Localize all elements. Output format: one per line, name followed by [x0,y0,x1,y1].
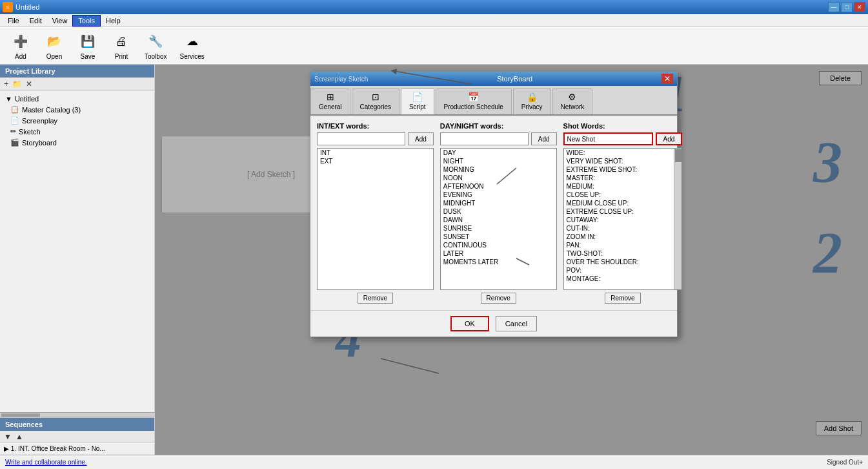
tab-production-schedule[interactable]: 📅 Production Schedule [436,89,512,114]
toolbar-toolbox[interactable]: 🔧 Toolbox [139,28,172,63]
day-night-input[interactable] [440,132,529,145]
list-item[interactable]: MONTAGE: [564,275,682,283]
collapse-icon: ▼ [5,95,12,103]
print-icon: 🖨 [111,31,132,52]
cancel-button[interactable]: Cancel [496,316,537,331]
list-item[interactable]: EXTREME CLOSE UP: [564,207,682,216]
list-item[interactable]: POV: [564,266,682,275]
new-folder-button[interactable]: 📁 [11,79,23,89]
day-night-list[interactable]: DAY NIGHT MORNING NOON AFTERNOON EVENING… [440,148,557,290]
toolbar-add[interactable]: ➕ Add [5,28,36,63]
toolbar-services[interactable]: ☁ Services [174,28,209,63]
sketch-icon: ✏ [10,127,16,136]
list-item[interactable]: WIDE: [564,149,682,157]
toolbar: ➕ Add 📂 Open 💾 Save 🖨 Print 🔧 Toolbox ☁ … [0,27,868,65]
list-item[interactable]: NOON [441,174,556,182]
tree-item-label: Screenplay [22,117,57,125]
day-night-remove-button[interactable]: Remove [481,293,516,304]
list-item[interactable]: PAN: [564,241,682,249]
list-item[interactable]: LATER [441,249,556,258]
list-item[interactable]: EXTREME WIDE SHOT: [564,165,682,174]
seq-up-button[interactable]: ▲ [14,432,25,441]
shot-words-list[interactable]: WIDE: VERY WIDE SHOT: EXTREME WIDE SHOT:… [563,148,683,290]
tree-item-label: Sketch [19,128,41,136]
list-item[interactable]: EXT [318,157,433,165]
menu-tools[interactable]: Tools [72,15,101,26]
list-item[interactable]: CUTAWAY: [564,216,682,224]
tree-item-screenplay[interactable]: 📄 Screenplay [3,115,152,126]
list-item[interactable]: DAY [441,149,556,157]
tree-item-storyboard[interactable]: 🎬 Storyboard [3,137,152,148]
seq-down-button[interactable]: ▼ [3,432,13,441]
list-item[interactable]: CONTINUOUS [441,241,556,249]
script-tab-icon: 📄 [412,92,423,102]
tree-item-label: Untitled [15,95,39,103]
list-item[interactable]: TWO-SHOT: [564,249,682,258]
tab-network[interactable]: ⚙ Network [552,89,593,114]
int-ext-input[interactable] [317,132,405,145]
list-item[interactable]: CLOSE UP: [564,191,682,199]
modal-overlay: Screenplay Sketch StoryBoard ✕ ⊞ General… [155,65,868,455]
privacy-tab-icon: 🔒 [527,92,538,102]
menu-help[interactable]: Help [101,16,126,26]
tab-privacy[interactable]: 🔒 Privacy [513,89,551,114]
list-item[interactable]: CUT-IN: [564,224,682,233]
int-ext-add-button[interactable]: Add [408,132,434,145]
modal-title-left: Screenplay Sketch [314,76,368,83]
list-item[interactable]: MEDIUM: [564,182,682,191]
day-night-add-button[interactable]: Add [531,132,557,145]
add-item-button[interactable]: + [3,79,10,89]
shot-words-header: Shot Words: [563,122,683,130]
shot-words-add-button[interactable]: Add [656,132,683,145]
status-link[interactable]: Write and collaborate online. [5,459,87,466]
sequence-item[interactable]: ▶ 1. INT. Office Break Room - No... [0,443,154,455]
list-item[interactable]: DAWN [441,216,556,224]
tab-script[interactable]: 📄 Script [401,89,434,114]
toolbar-print[interactable]: 🖨 Print [106,28,137,63]
list-item[interactable]: SUNRISE [441,224,556,233]
toolbar-save[interactable]: 💾 Save [72,28,103,63]
close-button[interactable]: ✕ [854,2,865,12]
tree-item-untitled[interactable]: ▼ Untitled [3,94,152,104]
list-item[interactable]: MOMENTS LATER [441,258,556,266]
list-item[interactable]: SUNSET [441,233,556,241]
tab-categories[interactable]: ⊡ Categories [352,89,399,114]
menu-edit[interactable]: Edit [25,16,47,26]
menu-view[interactable]: View [47,16,73,26]
menu-file[interactable]: File [3,16,25,26]
list-item[interactable]: DUSK [441,207,556,216]
list-item[interactable]: MASTER: [564,174,682,182]
list-item[interactable]: MIDNIGHT [441,199,556,207]
list-item[interactable]: VERY WIDE SHOT: [564,157,682,165]
list-item[interactable]: NIGHT [441,157,556,165]
list-item[interactable]: AFTERNOON [441,182,556,191]
maximize-button[interactable]: □ [841,2,853,12]
list-item[interactable]: MORNING [441,165,556,174]
status-bar: Write and collaborate online. Signed Out… [0,455,868,469]
list-item[interactable]: MEDIUM CLOSE UP: [564,199,682,207]
int-ext-header: INT/EXT words: [317,122,434,130]
tab-general[interactable]: ⊞ General [310,89,350,114]
ok-button[interactable]: OK [450,316,489,331]
network-tab-icon: ⚙ [568,92,576,102]
int-ext-input-row: Add [317,132,434,145]
save-icon: 💾 [77,31,98,52]
status-signed-out: Signed Out+ [827,459,863,466]
shot-words-input[interactable] [563,132,653,145]
modal-close-button[interactable]: ✕ [661,74,673,84]
tree-item-sketch[interactable]: ✏ Sketch [3,126,152,137]
list-item[interactable]: INT [318,149,433,157]
day-night-input-row: Add [440,132,557,145]
int-ext-list[interactable]: INT EXT [317,148,434,290]
toolbar-open[interactable]: 📂 Open [39,28,70,63]
minimize-button[interactable]: — [828,2,840,12]
tree-item-master-catalog[interactable]: 📋 Master Catalog (3) [3,104,152,115]
list-item[interactable]: ZOOM IN: [564,233,682,241]
tree-item-label: Master Catalog (3) [22,106,81,114]
remove-item-button[interactable]: ✕ [25,79,34,89]
list-item[interactable]: OVER THE SHOULDER: [564,258,682,266]
list-item[interactable]: EVENING [441,191,556,199]
shot-words-remove-button[interactable]: Remove [605,293,640,304]
title-bar-text: Untitled [15,3,39,11]
int-ext-remove-button[interactable]: Remove [358,293,393,304]
